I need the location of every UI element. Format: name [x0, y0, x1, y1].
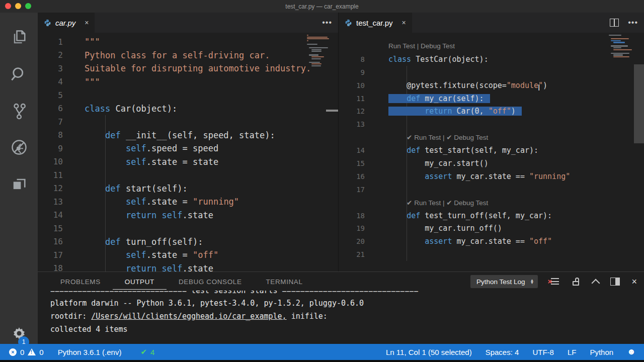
line-number: 10 — [38, 157, 63, 166]
codelens-run-debug-test[interactable]: ✔ Run Test | ✔ Debug Test — [339, 131, 644, 144]
output-channel-select[interactable]: Python Test Log ▲▼ — [470, 275, 538, 288]
code-line-7[interactable]: 7 — [38, 115, 338, 129]
tests-passed-status[interactable]: ✔ 4 — [140, 347, 154, 356]
code-line-21[interactable]: 21 — [339, 248, 644, 261]
code-line-14[interactable]: 14 def test_start(self, my_car): — [339, 144, 644, 157]
code-line-12[interactable]: 12 def start(self): — [38, 182, 338, 196]
line-number: 11 — [339, 95, 365, 103]
eol-status[interactable]: LF — [568, 348, 577, 356]
code-line-11[interactable]: 11 def my_car(self): — [339, 92, 644, 105]
more-actions-icon[interactable]: ••• — [628, 18, 638, 27]
activity-bar: 1 — [0, 13, 38, 344]
python-interpreter-status[interactable]: Python 3.6.1 (.env) — [58, 348, 122, 356]
code-line-17[interactable]: 17 self.state = "off" — [38, 248, 338, 262]
output-line-collected: collected 4 items — [50, 323, 644, 336]
code-line-10[interactable]: 10 self.state = state — [38, 155, 338, 169]
code-line-11[interactable]: 11 — [38, 168, 338, 182]
code-line-13[interactable]: 13 self.state = "running" — [38, 195, 338, 209]
close-tab-icon[interactable]: × — [85, 19, 89, 27]
line-number: 9 — [339, 68, 365, 76]
tab-debug-console[interactable]: DEBUG CONSOLE — [167, 274, 254, 289]
status-bar: × 0 0 Python 3.6.1 (.env) ✔ 4 Ln 11, Col… — [0, 344, 644, 360]
python-file-icon — [44, 19, 51, 27]
minimap[interactable] — [307, 35, 332, 67]
code-line-18[interactable]: 18 def test_turn_off(self, my_car): — [339, 209, 644, 222]
code-line-2[interactable]: 2Python class for a self-driving car. — [38, 49, 338, 62]
line-number: 5 — [38, 90, 63, 100]
code-line-16[interactable]: 16 assert my_car.state == "running" — [339, 170, 644, 183]
rootdir-link[interactable]: /Users/will/clients/egghead.io/car_examp… — [91, 312, 286, 321]
debug-disabled-icon[interactable] — [10, 138, 28, 156]
unlock-icon[interactable] — [571, 277, 581, 286]
output-log[interactable]: ============================== test sess… — [38, 291, 644, 344]
close-panel-icon[interactable]: × — [631, 277, 637, 287]
search-icon[interactable] — [10, 65, 28, 83]
codelens-run-debug-test[interactable]: ✔ Run Test | ✔ Debug Test — [339, 196, 644, 209]
line-number: 6 — [38, 104, 63, 113]
tab-terminal[interactable]: TERMINAL — [254, 274, 315, 289]
code-line-9[interactable]: 9 self.speed = speed — [38, 142, 338, 155]
code-line-15[interactable]: 15 — [38, 222, 338, 235]
code-line-10[interactable]: 10 @pytest.fixture(scope="module") — [339, 79, 644, 92]
line-number: 1 — [38, 37, 63, 47]
more-actions-icon[interactable]: ••• — [322, 18, 332, 27]
feedback-smiley-icon[interactable]: ☻ — [627, 347, 636, 357]
code-line-6[interactable]: 6class Car(object): — [38, 102, 338, 116]
code-line-3[interactable]: 3Suitable for disrupting automotive indu… — [38, 62, 338, 75]
code-line-5[interactable]: 5 — [38, 88, 338, 102]
line-number: 8 — [339, 55, 365, 63]
scroll-indicator[interactable] — [326, 110, 338, 112]
close-tab-icon[interactable]: × — [402, 19, 406, 27]
output-channel-value: Python Test Log — [476, 278, 525, 286]
tab-output[interactable]: OUTPUT — [113, 274, 167, 290]
mouse-ibeam-cursor: Ⅰ — [538, 83, 540, 93]
code-line-19[interactable]: 19 my_car.turn_off() — [339, 222, 644, 235]
code-editor-car-py[interactable]: 1"""2Python class for a self-driving car… — [38, 33, 338, 272]
code-line-14[interactable]: 14 return self.state — [38, 209, 338, 222]
code-line-15[interactable]: 15 my_car.start() — [339, 157, 644, 170]
close-window-button[interactable] — [5, 3, 11, 9]
line-number: 21 — [339, 250, 365, 258]
line-number: 12 — [38, 184, 63, 193]
split-editor-icon[interactable] — [610, 19, 619, 27]
minimize-window-button[interactable] — [15, 3, 21, 9]
code-line-1[interactable]: 1""" — [38, 35, 338, 49]
tab-test-car-py[interactable]: test_car.py × — [339, 13, 412, 33]
tab-problems[interactable]: PROBLEMS — [48, 274, 113, 289]
explorer-files-icon[interactable] — [10, 29, 28, 47]
clear-output-icon[interactable]: × — [549, 277, 559, 286]
encoding-status[interactable]: UTF-8 — [532, 348, 554, 356]
notification-badge[interactable]: 1 — [18, 336, 29, 347]
code-line-8[interactable]: 8 def __init__(self, speed, state): — [38, 129, 338, 142]
indentation-status[interactable]: Spaces: 4 — [486, 348, 519, 356]
code-line-13[interactable]: 13 — [339, 118, 644, 131]
maximize-panel-icon[interactable] — [592, 279, 600, 287]
code-line-16[interactable]: 16 def turn_off(self): — [38, 235, 338, 249]
cursor-position-status[interactable]: Ln 11, Col 1 (50 selected) — [386, 348, 472, 356]
code-line-12[interactable]: 12 return Car(0, "off") — [339, 105, 644, 118]
window-title: test_car.py — car_example — [285, 3, 358, 10]
source-control-icon[interactable] — [10, 102, 28, 120]
minimap[interactable] — [609, 35, 632, 60]
line-number: 15 — [38, 224, 63, 233]
tab-car-py[interactable]: car.py × — [38, 13, 95, 33]
output-line-rootdir: rootdir: /Users/will/clients/egghead.io/… — [50, 310, 644, 323]
line-number: 13 — [339, 120, 365, 128]
code-line-4[interactable]: 4""" — [38, 75, 338, 89]
panel-position-icon[interactable] — [610, 278, 620, 286]
code-editor-test-car-py[interactable]: Run Test | Debug Test8class TestCar(obje… — [339, 33, 644, 272]
language-mode-status[interactable]: Python — [590, 348, 613, 356]
line-number: 14 — [38, 210, 63, 220]
code-line-17[interactable]: 17 — [339, 183, 644, 196]
code-line-20[interactable]: 20 assert my_car.state == "off" — [339, 235, 644, 248]
codelens-run-debug-test[interactable]: Run Test | Debug Test — [339, 40, 644, 53]
line-number: 19 — [339, 224, 365, 232]
vertical-scrollbar[interactable] — [634, 64, 644, 143]
editor-pane-left: car.py × ••• 1"""2Python class for a sel… — [38, 13, 338, 272]
zoom-window-button[interactable] — [25, 3, 31, 9]
code-line-9[interactable]: 9 — [339, 66, 644, 79]
problems-status[interactable]: × 0 0 — [9, 348, 44, 356]
code-line-18[interactable]: 18 return self.state — [38, 262, 338, 272]
code-line-8[interactable]: 8class TestCar(object): — [339, 53, 644, 66]
extensions-icon[interactable] — [10, 175, 28, 193]
